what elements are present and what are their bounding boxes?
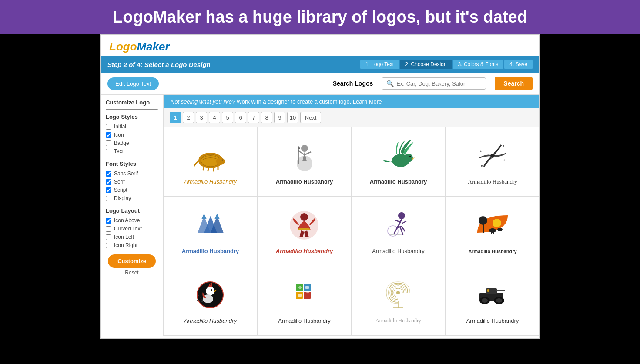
svg-rect-33: [483, 224, 484, 233]
next-button[interactable]: Next: [300, 112, 321, 123]
checkbox-initial-input[interactable]: [106, 124, 111, 130]
reset-button[interactable]: Reset: [125, 270, 138, 276]
logo-item-12[interactable]: Armadillo Husbandry: [446, 266, 539, 336]
svg-point-18: [503, 145, 504, 147]
logo-item-11[interactable]: Armadillo Husbandry: [352, 266, 446, 336]
page-btn-7[interactable]: 7: [248, 112, 259, 123]
logo-part1: Logo: [109, 40, 137, 53]
svg-marker-25: [201, 214, 207, 219]
logo-item-3[interactable]: Armadillo Husbandry: [352, 127, 446, 197]
checkbox-icon-right-label: Icon Right: [114, 242, 137, 248]
page-btn-3[interactable]: 3: [196, 112, 207, 123]
svg-point-20: [504, 159, 505, 160]
sidebar-title: Customize Logo: [106, 99, 158, 106]
page-btn-8[interactable]: 8: [261, 112, 272, 123]
logo-icon-6: [285, 208, 324, 243]
checkbox-icon-above: Icon Above: [106, 217, 158, 224]
checkbox-badge-label: Badge: [114, 140, 129, 146]
logo-layout-section: Logo Layout Icon Above Curved Text Icon …: [106, 207, 158, 248]
logo-label-10: Armadillo Husbandry: [278, 317, 331, 324]
checkbox-icon-above-label: Icon Above: [114, 217, 140, 224]
tab-colors-fonts[interactable]: 3. Colors & Fonts: [453, 60, 504, 69]
svg-line-11: [305, 152, 311, 155]
search-input[interactable]: [396, 80, 475, 87]
svg-point-41: [211, 289, 212, 291]
logo-icon-10: [285, 277, 324, 312]
tab-choose-design[interactable]: 2. Choose Design: [400, 60, 452, 69]
checkbox-sans-serif-label: Sans Serif: [114, 170, 138, 177]
logo-layout-title: Logo Layout: [106, 207, 158, 214]
logo-item-8[interactable]: Armadillo Husbandry: [446, 197, 539, 266]
learn-more-link[interactable]: Learn More: [353, 98, 382, 105]
checkbox-text: Text: [106, 148, 158, 154]
banner: LogoMaker has a huge library of logos, b…: [0, 0, 640, 34]
checkbox-icon-above-input[interactable]: [106, 218, 111, 224]
checkbox-script-input[interactable]: [106, 187, 111, 193]
checkbox-icon-input[interactable]: [106, 132, 111, 138]
logo-item-5[interactable]: Armadillo Husbandry: [164, 197, 258, 266]
logo-item-4[interactable]: Armadillo Husbandry: [446, 127, 539, 197]
logo-item-7[interactable]: Armadillo Husbandry: [352, 197, 446, 266]
checkbox-text-label: Text: [114, 148, 124, 154]
tab-save[interactable]: 4. Save: [504, 60, 533, 69]
edit-logo-text-button[interactable]: Edit Logo Text: [107, 77, 159, 90]
font-styles-section: Font Styles Sans Serif Serif Script Disp…: [106, 160, 158, 201]
logo-item-1[interactable]: Armadillo Husbandry: [164, 127, 258, 197]
logomaker-header: LogoMaker: [101, 35, 539, 56]
svg-point-17: [490, 154, 495, 158]
logo-item-10[interactable]: Armadillo Husbandry: [258, 266, 352, 336]
checkbox-display-input[interactable]: [106, 196, 111, 201]
checkbox-script-label: Script: [114, 187, 127, 193]
checkbox-sans-serif-input[interactable]: [106, 171, 111, 177]
search-button[interactable]: Search: [495, 77, 533, 90]
svg-point-2: [216, 158, 225, 165]
checkbox-curved-text: Curved Text: [106, 226, 158, 232]
svg-line-4: [203, 167, 204, 170]
checkbox-curved-text-input[interactable]: [106, 226, 111, 232]
search-icon: 🔍: [386, 80, 394, 87]
page-btn-6[interactable]: 6: [235, 112, 246, 123]
logo-item-9[interactable]: Armadillo Husbandry: [164, 266, 258, 336]
logo-styles-title: Logo Styles: [106, 114, 158, 120]
customize-button[interactable]: Customize: [108, 254, 156, 268]
checkbox-serif: Serif: [106, 179, 158, 185]
logo-label-7: Armadillo Husbandry: [372, 248, 425, 254]
checkbox-initial-label: Initial: [114, 124, 126, 130]
logo-label-8: Armadillo Husbandry: [468, 249, 516, 254]
logo-label-4: Armadillo Husbandry: [468, 178, 517, 185]
page-btn-4[interactable]: 4: [209, 112, 220, 123]
page-btn-1[interactable]: 1: [170, 112, 181, 123]
tab-logo-text[interactable]: 1. Logo Text: [360, 60, 399, 69]
svg-marker-13: [298, 146, 300, 149]
checkbox-icon: Icon: [106, 132, 158, 138]
logo-item-2[interactable]: Armadillo Husbandry: [258, 127, 352, 197]
page-btn-9[interactable]: 9: [274, 112, 285, 123]
svg-point-15: [404, 154, 413, 162]
page-btn-10[interactable]: 10: [287, 112, 298, 123]
checkbox-serif-input[interactable]: [106, 179, 111, 185]
logo-item-6[interactable]: Armadillo Husbandry: [258, 197, 352, 266]
not-seeing-bar: Not seeing what you like? Work with a de…: [164, 95, 539, 108]
checkbox-icon-right-input[interactable]: [106, 243, 111, 248]
svg-line-5: [208, 168, 208, 171]
checkbox-initial: Initial: [106, 124, 158, 130]
checkbox-icon-right: Icon Right: [106, 242, 158, 248]
page-btn-5[interactable]: 5: [222, 112, 233, 123]
logo-label-2: Armadillo Husbandry: [276, 178, 333, 185]
checkbox-badge-input[interactable]: [106, 140, 111, 146]
checkbox-curved-text-label: Curved Text: [114, 226, 142, 232]
pagination: 1 2 3 4 5 6 7 8 9 10 Next: [164, 108, 539, 127]
search-logos-label: Search Logos: [333, 80, 373, 87]
checkbox-text-input[interactable]: [106, 149, 111, 154]
svg-rect-37: [491, 232, 492, 234]
checkbox-icon-left: Icon Left: [106, 234, 158, 240]
page-btn-2[interactable]: 2: [183, 112, 194, 123]
checkbox-script: Script: [106, 187, 158, 193]
svg-point-36: [497, 228, 503, 231]
svg-point-30: [398, 212, 405, 219]
checkbox-icon-left-input[interactable]: [106, 234, 111, 240]
checkbox-icon-left-label: Icon Left: [114, 234, 134, 240]
svg-rect-29: [298, 228, 310, 230]
svg-point-9: [301, 145, 308, 152]
svg-rect-54: [496, 290, 505, 291]
